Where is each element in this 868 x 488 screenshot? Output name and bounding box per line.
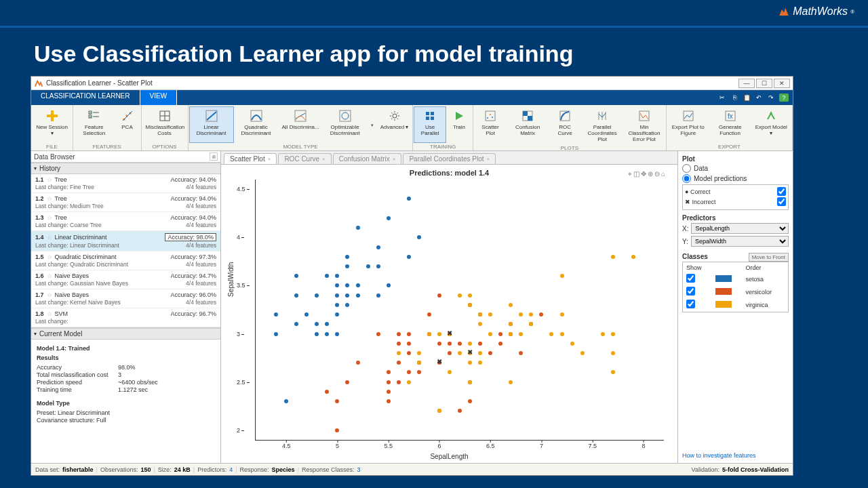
help-icon[interactable]: ? xyxy=(779,94,789,102)
current-model-header[interactable]: Current Model xyxy=(31,328,220,340)
data-point[interactable] xyxy=(345,283,349,287)
quadratic-discriminant-button[interactable]: Quadratic Discriminant xyxy=(234,106,279,143)
data-point[interactable] xyxy=(560,274,564,278)
data-point[interactable] xyxy=(387,283,391,287)
data-point[interactable] xyxy=(376,332,380,336)
data-point[interactable] xyxy=(335,283,339,287)
move-to-front-button[interactable]: Move to Front xyxy=(749,253,789,262)
data-point[interactable] xyxy=(509,303,513,307)
data-point[interactable] xyxy=(488,351,492,355)
optimizable-discriminant-button[interactable]: Optimizable Discriminant xyxy=(323,106,368,143)
data-point[interactable] xyxy=(601,332,605,336)
data-point[interactable] xyxy=(407,342,411,346)
redo-icon[interactable]: ↷ xyxy=(767,94,775,102)
data-point[interactable] xyxy=(397,342,401,346)
data-point[interactable] xyxy=(498,342,502,346)
data-point[interactable] xyxy=(407,197,411,201)
data-point[interactable] xyxy=(448,370,452,374)
x-predictor-select[interactable]: SepalLength xyxy=(691,223,789,234)
data-point[interactable] xyxy=(335,303,339,307)
data-point[interactable] xyxy=(294,293,298,298)
data-point[interactable] xyxy=(356,293,360,298)
tab-classification-learner[interactable]: CLASSIFICATION LEARNER xyxy=(31,90,140,105)
data-point[interactable] xyxy=(560,332,564,336)
cut-icon[interactable]: ✂ xyxy=(718,94,726,102)
data-point[interactable] xyxy=(519,312,523,317)
data-point[interactable] xyxy=(345,264,349,268)
data-point[interactable] xyxy=(376,293,380,298)
history-item[interactable]: 1.3☆TreeAccuracy: 94.0%Last change: Coar… xyxy=(31,212,220,231)
data-point[interactable] xyxy=(325,322,329,326)
history-item[interactable]: 1.7☆Naive BayesAccuracy: 96.0%Last chang… xyxy=(31,289,220,308)
data-point[interactable] xyxy=(315,293,319,298)
parallel-coords-button[interactable]: Parallel Coordinates Plot xyxy=(581,106,623,144)
data-point[interactable] xyxy=(325,332,329,336)
data-point[interactable] xyxy=(509,332,513,336)
radio-data[interactable]: Data xyxy=(682,164,789,173)
data-point[interactable] xyxy=(488,312,492,317)
show-setosa[interactable] xyxy=(686,274,695,283)
data-point[interactable] xyxy=(519,351,523,355)
data-point[interactable] xyxy=(560,312,564,317)
data-point[interactable] xyxy=(387,370,391,374)
data-point[interactable] xyxy=(458,351,462,355)
data-point[interactable] xyxy=(397,351,401,355)
data-point[interactable] xyxy=(468,380,472,384)
doc-tab[interactable]: Parallel Coordinates Plot× xyxy=(403,153,496,164)
data-point[interactable] xyxy=(387,399,391,403)
data-point[interactable] xyxy=(437,293,441,298)
data-point[interactable] xyxy=(345,255,349,259)
show-correct-checkbox[interactable] xyxy=(777,187,786,196)
incorrect-point[interactable]: ✖ xyxy=(437,360,442,365)
data-point[interactable] xyxy=(468,342,472,346)
data-point[interactable] xyxy=(294,322,298,326)
data-point[interactable] xyxy=(366,264,370,268)
data-point[interactable] xyxy=(437,342,441,346)
data-point[interactable] xyxy=(417,370,421,374)
data-point[interactable] xyxy=(417,235,421,239)
history-item[interactable]: 1.1☆TreeAccuracy: 94.0%Last change: Fine… xyxy=(31,174,220,193)
data-point[interactable] xyxy=(458,409,462,413)
data-point[interactable] xyxy=(417,361,421,365)
doc-tab[interactable]: Confusion Matrix× xyxy=(333,153,402,164)
y-predictor-select[interactable]: SepalWidth xyxy=(691,236,789,247)
data-point[interactable] xyxy=(335,428,339,432)
data-point[interactable] xyxy=(611,351,615,355)
data-point[interactable] xyxy=(631,255,635,259)
data-point[interactable] xyxy=(611,332,615,336)
data-point[interactable] xyxy=(387,390,391,394)
undo-icon[interactable]: ↶ xyxy=(755,94,763,102)
doc-tab[interactable]: Scatter Plot× xyxy=(224,153,277,164)
data-point[interactable] xyxy=(356,226,360,230)
data-point[interactable] xyxy=(437,409,441,413)
predictors-link[interactable]: 4 xyxy=(229,466,233,473)
new-session-button[interactable]: New Session ▾ xyxy=(32,106,72,143)
data-point[interactable] xyxy=(478,312,482,317)
data-point[interactable] xyxy=(417,351,421,355)
data-point[interactable] xyxy=(315,322,319,326)
show-incorrect-checkbox[interactable] xyxy=(777,197,786,206)
data-point[interactable] xyxy=(529,322,533,326)
use-parallel-button[interactable]: Use Parallel xyxy=(414,106,446,143)
history-item[interactable]: 1.6☆Naive BayesAccuracy: 94.7%Last chang… xyxy=(31,270,220,289)
data-point[interactable] xyxy=(427,312,431,317)
copy-icon[interactable]: ⎘ xyxy=(730,94,738,102)
show-virginica[interactable] xyxy=(686,300,695,308)
data-point[interactable] xyxy=(387,380,391,384)
data-point[interactable] xyxy=(468,361,472,365)
data-point[interactable] xyxy=(387,216,391,220)
data-point[interactable] xyxy=(448,342,452,346)
minimize-button[interactable]: — xyxy=(738,79,755,88)
data-point[interactable] xyxy=(345,293,349,298)
feature-selection-button[interactable]: Feature Selection xyxy=(74,106,115,143)
data-point[interactable] xyxy=(407,351,411,355)
data-point[interactable] xyxy=(325,274,329,278)
data-point[interactable] xyxy=(304,312,309,317)
data-point[interactable] xyxy=(274,332,278,336)
data-point[interactable] xyxy=(356,283,360,287)
data-point[interactable] xyxy=(529,312,533,317)
data-point[interactable] xyxy=(345,303,349,307)
export-model-button[interactable]: Export Model ▾ xyxy=(751,106,791,143)
show-versicolor[interactable] xyxy=(686,287,695,296)
data-point[interactable] xyxy=(468,399,472,403)
